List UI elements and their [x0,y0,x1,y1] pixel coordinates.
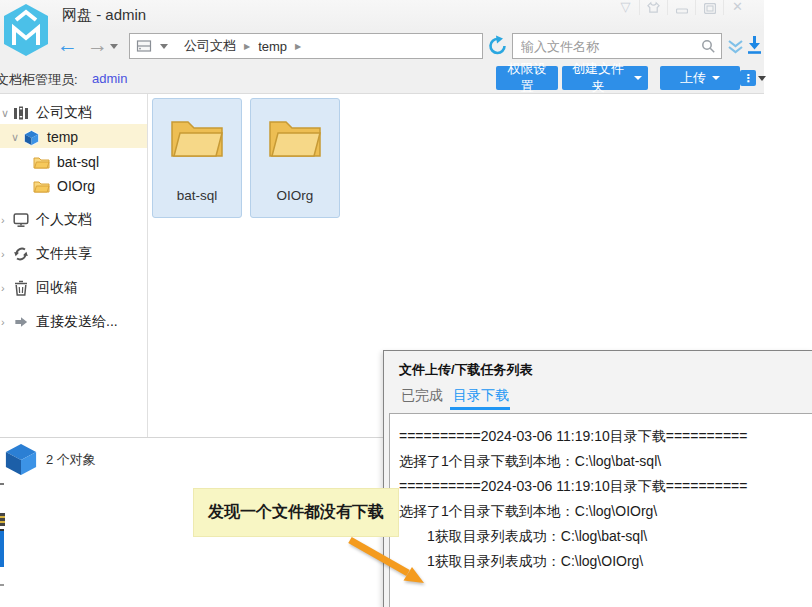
tab-completed[interactable]: 已完成 [401,387,443,405]
sidebar-item-file-share[interactable]: › 文件共享 [1,244,92,264]
cube-icon [23,129,40,146]
log-line: 1获取目录列表成功：C:\log\OIOrg\ [399,549,808,574]
expander-closed-icon[interactable]: › [1,316,13,328]
dropdown-caret-icon [712,76,720,80]
tree-label: 个人文档 [36,211,92,229]
maximize-button[interactable] [696,0,724,15]
tree-label: 回收箱 [36,279,78,297]
more-dots-icon: ⋮ [743,72,754,85]
window-dropdown-button[interactable]: ▽ [612,0,640,15]
active-tab-underline [450,407,510,410]
sidebar-item-company-docs[interactable]: ∨ 公司文档 [1,103,92,123]
tree-label: temp [47,129,78,145]
search-input[interactable] [513,39,701,54]
cabinet-admin-user-link[interactable]: admin [92,71,127,86]
minimize-button[interactable] [668,0,696,15]
cube-icon [3,441,39,477]
expander-closed-icon[interactable]: › [1,248,13,260]
edge-fragment [0,513,5,526]
expander-open-icon[interactable]: ∨ [11,131,23,144]
monitor-icon [13,212,29,228]
address-bar[interactable]: 公司文档 ▶ temp ▶ [129,33,483,59]
folder-icon [267,115,323,159]
log-line: 选择了1个目录下载到本地：C:\log\bat-sql\ [399,449,808,474]
forward-button[interactable]: → [87,34,108,55]
log-line: ==========2024-03-06 11:19:10目录下载=======… [399,474,808,499]
folder-icon [33,179,50,193]
breadcrumb-item-current[interactable]: temp [258,39,287,54]
file-tile-oiorg[interactable]: OIOrg [250,98,340,218]
window-controls: ▽ ✕ [612,0,751,15]
annotation-text: 发现一个文件都没有下载 [208,502,384,523]
file-tile-bat-sql[interactable]: bat-sql [152,98,242,218]
sidebar-item-recycle-bin[interactable]: › 回收箱 [1,278,78,298]
view-options-button[interactable]: ⋮ [740,70,756,86]
folder-icon [33,155,50,169]
back-button[interactable]: ← [57,34,78,55]
cabinet-admin-label: 文档柜管理员: [0,71,78,89]
transfer-tasks-dialog: 文件上传/下载任务列表 已完成 目录下载 ==========2024-03-0… [383,350,812,607]
sidebar-item-oiorg[interactable]: OIOrg [33,176,95,196]
download-log-panel[interactable]: ==========2024-03-06 11:19:10目录下载=======… [389,413,812,607]
tab-directory-download[interactable]: 目录下载 [453,387,509,405]
sidebar-item-temp[interactable]: ∨ temp [11,127,78,147]
expander-open-icon[interactable]: ∨ [1,107,13,120]
dropdown-caret-icon [634,76,642,80]
skin-theme-button[interactable] [640,0,668,15]
edge-fragment [0,483,4,485]
tree-label: 直接发送给... [36,313,118,331]
refresh-icon[interactable] [487,35,509,57]
log-line: 1获取目录列表成功：C:\log\bat-sql\ [399,524,808,549]
tree-label: bat-sql [57,154,99,170]
library-icon [13,105,29,121]
sidebar-item-send-to[interactable]: › 直接发送给... [1,312,118,332]
permission-settings-button[interactable]: 权限设置 [496,66,558,90]
forward-dropdown-caret-icon[interactable] [110,44,118,49]
app-logo-icon [2,3,50,57]
log-line: ==========2024-03-06 11:19:10目录下载=======… [399,424,808,449]
close-button[interactable]: ✕ [724,0,751,15]
expander-closed-icon[interactable]: › [1,282,13,294]
trash-icon [13,280,29,296]
search-icon[interactable] [701,39,716,54]
edge-fragment [0,584,4,586]
object-count-label: 2 个对象 [46,451,96,469]
window-title: 网盘 - admin [62,6,146,25]
sidebar-item-bat-sql[interactable]: bat-sql [33,152,99,172]
address-dropdown-caret-icon[interactable] [160,44,168,49]
dialog-title: 文件上传/下载任务列表 [399,361,533,379]
edge-fragment [0,529,4,567]
create-folder-button[interactable]: 创建文件夹 [562,66,648,90]
download-tasks-icon[interactable] [746,35,763,55]
title-bar: 网盘 - admin ▽ ✕ [0,0,764,30]
folder-icon [169,115,225,159]
location-drive-icon [136,38,152,54]
upload-button[interactable]: 上传 [660,66,740,90]
share-sync-icon [13,246,29,262]
annotation-callout: 发现一个文件都没有下载 [193,488,399,537]
sidebar-item-personal-docs[interactable]: › 个人文档 [1,210,92,230]
tree-label: 文件共享 [36,245,92,263]
file-tile-label: OIOrg [251,188,339,203]
tree-label: 公司文档 [36,104,92,122]
view-options-caret-icon[interactable] [758,76,766,81]
breadcrumb-separator-icon: ▶ [244,42,250,51]
send-arrow-icon [13,314,29,330]
tree-label: OIOrg [57,178,95,194]
log-line: 选择了1个目录下载到本地：C:\log\OIOrg\ [399,499,808,524]
search-box [512,33,722,59]
expander-closed-icon[interactable]: › [1,214,13,226]
expand-double-chevron-icon[interactable] [727,39,744,54]
sidebar-divider [147,94,148,438]
file-tile-label: bat-sql [153,188,241,203]
breadcrumb-item-root[interactable]: 公司文档 [184,37,236,55]
breadcrumb-separator-icon: ▶ [295,42,301,51]
